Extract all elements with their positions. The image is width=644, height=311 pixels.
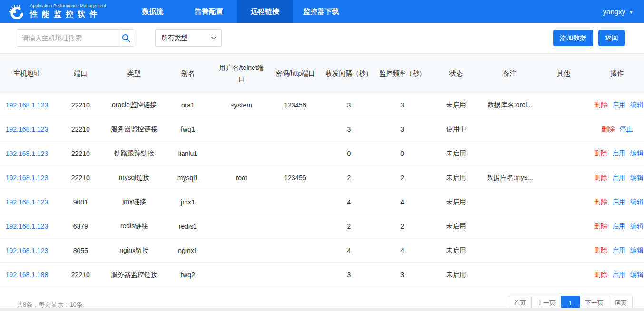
cell-interval: 4 bbox=[322, 239, 376, 263]
cell-actions: 删除启用编辑 bbox=[590, 214, 644, 239]
cell-other bbox=[537, 190, 590, 214]
cell-password bbox=[268, 214, 322, 239]
cell-user bbox=[215, 117, 268, 142]
host-link[interactable]: 192.168.1.188 bbox=[6, 271, 49, 279]
search-button[interactable] bbox=[118, 29, 134, 47]
cell-port: 8055 bbox=[54, 239, 107, 263]
delete-action[interactable]: 删除 bbox=[594, 198, 607, 205]
cell-host: 192.168.1.123 bbox=[0, 239, 54, 263]
brand-title: 性能监控软件 bbox=[30, 10, 106, 19]
edit-action[interactable]: 编辑 bbox=[630, 174, 644, 181]
cell-other bbox=[537, 263, 590, 287]
nav-tab-alarm-config[interactable]: 告警配置 bbox=[181, 0, 237, 23]
host-link[interactable]: 192.168.1.123 bbox=[6, 198, 49, 206]
column-header: 其他 bbox=[537, 54, 590, 93]
host-link[interactable]: 192.168.1.123 bbox=[6, 223, 49, 230]
cell-alias: redis1 bbox=[161, 214, 215, 239]
delete-action[interactable]: 删除 bbox=[594, 101, 607, 108]
cell-port: 9001 bbox=[54, 190, 107, 214]
cell-frequency: 4 bbox=[376, 190, 429, 214]
cell-port: 22210 bbox=[54, 166, 107, 190]
edit-action[interactable]: 编辑 bbox=[630, 198, 644, 205]
brand: Application Performance Management 性能监控软… bbox=[0, 2, 119, 21]
chevron-down-icon bbox=[211, 37, 216, 40]
column-header: 备注 bbox=[483, 54, 537, 93]
host-link[interactable]: 192.168.1.123 bbox=[6, 101, 49, 109]
nav-tab-data-flow[interactable]: 数据流 bbox=[125, 0, 181, 23]
delete-action[interactable]: 删除 bbox=[594, 174, 607, 181]
stop-action[interactable]: 停止 bbox=[620, 125, 633, 133]
cell-alias: fwq1 bbox=[161, 117, 215, 142]
cell-interval: 3 bbox=[322, 93, 376, 117]
column-header: 别名 bbox=[161, 54, 215, 93]
host-link[interactable]: 192.168.1.123 bbox=[6, 174, 49, 182]
table-row: 192.168.1.12322210链路跟踪链接lianlu100未启用删除启用… bbox=[0, 142, 644, 166]
enable-action[interactable]: 启用 bbox=[612, 174, 625, 181]
nav-tab-monitor-download[interactable]: 监控器下载 bbox=[293, 0, 349, 23]
column-header: 监控频率（秒） bbox=[376, 54, 429, 93]
table-row: 192.168.1.12322210oracle监控链接ora1system12… bbox=[0, 93, 644, 117]
nav-tab-remote-links[interactable]: 远程链接 bbox=[237, 0, 293, 23]
cell-remark bbox=[483, 263, 537, 287]
table-row: 192.168.1.1239001jmx链接jmx144未启用删除启用编辑 bbox=[0, 190, 644, 214]
cell-host: 192.168.1.123 bbox=[0, 190, 54, 214]
table-row: 192.168.1.1236379redis链接redis122未启用删除启用编… bbox=[0, 214, 644, 239]
host-link[interactable]: 192.168.1.123 bbox=[6, 150, 49, 157]
cell-user bbox=[215, 190, 268, 214]
cell-actions: 删除启用编辑 bbox=[590, 239, 644, 263]
search-icon bbox=[121, 33, 131, 43]
cell-other bbox=[537, 214, 590, 239]
enable-action[interactable]: 启用 bbox=[612, 149, 625, 157]
host-link[interactable]: 192.168.1.123 bbox=[6, 126, 49, 133]
cell-status: 使用中 bbox=[429, 117, 483, 142]
enable-action[interactable]: 启用 bbox=[612, 246, 625, 254]
cell-interval: 4 bbox=[322, 190, 376, 214]
cell-alias: fwq2 bbox=[161, 263, 215, 287]
cell-type: nginx链接 bbox=[107, 239, 161, 263]
cell-alias: ora1 bbox=[161, 93, 215, 117]
add-data-button[interactable]: 添加数据 bbox=[553, 30, 593, 46]
user-menu[interactable]: yangxy ▼ bbox=[603, 8, 644, 16]
edit-action[interactable]: 编辑 bbox=[630, 222, 644, 230]
cell-type: redis链接 bbox=[107, 214, 161, 239]
cell-frequency: 3 bbox=[376, 93, 429, 117]
search-group bbox=[17, 29, 134, 47]
edit-action[interactable]: 编辑 bbox=[630, 271, 644, 278]
cell-user: root bbox=[215, 166, 268, 190]
edit-action[interactable]: 编辑 bbox=[630, 246, 644, 254]
edit-action[interactable]: 编辑 bbox=[630, 149, 644, 157]
cell-user bbox=[215, 214, 268, 239]
cell-other bbox=[537, 166, 590, 190]
enable-action[interactable]: 启用 bbox=[612, 101, 625, 108]
cell-type: 服务器监控链接 bbox=[107, 117, 161, 142]
enable-action[interactable]: 启用 bbox=[612, 222, 625, 230]
edit-action[interactable]: 编辑 bbox=[630, 101, 644, 108]
cell-status: 未启用 bbox=[429, 214, 483, 239]
main-nav: 数据流告警配置远程链接监控器下载 bbox=[125, 0, 349, 23]
host-link[interactable]: 192.168.1.123 bbox=[6, 247, 49, 254]
cell-alias: nginx1 bbox=[161, 239, 215, 263]
type-filter-select[interactable]: 所有类型 bbox=[155, 29, 222, 47]
cell-password bbox=[268, 190, 322, 214]
cell-actions: 删除启用编辑 bbox=[590, 166, 644, 190]
enable-action[interactable]: 启用 bbox=[612, 271, 625, 278]
delete-action[interactable]: 删除 bbox=[594, 271, 607, 278]
cell-alias: mysql1 bbox=[161, 166, 215, 190]
delete-action[interactable]: 删除 bbox=[594, 149, 607, 157]
table-row: 192.168.1.12322210mysql链接mysql1root12345… bbox=[0, 166, 644, 190]
delete-action[interactable]: 删除 bbox=[602, 125, 615, 133]
table-row: 192.168.1.18822210服务器监控链接fwq233未启用删除启用编辑 bbox=[0, 263, 644, 287]
cell-other bbox=[537, 117, 590, 142]
column-header: 密码/http端口 bbox=[268, 54, 322, 93]
back-button[interactable]: 返回 bbox=[598, 30, 625, 46]
delete-action[interactable]: 删除 bbox=[594, 246, 607, 254]
enable-action[interactable]: 启用 bbox=[612, 198, 625, 205]
cell-status: 未启用 bbox=[429, 142, 483, 166]
table-body: 192.168.1.12322210oracle监控链接ora1system12… bbox=[0, 93, 644, 287]
cell-actions: 删除启用编辑 bbox=[590, 93, 644, 117]
cell-interval: 2 bbox=[322, 214, 376, 239]
cell-remark bbox=[483, 142, 537, 166]
cell-type: mysql链接 bbox=[107, 166, 161, 190]
search-input[interactable] bbox=[17, 29, 118, 47]
delete-action[interactable]: 删除 bbox=[594, 222, 607, 230]
